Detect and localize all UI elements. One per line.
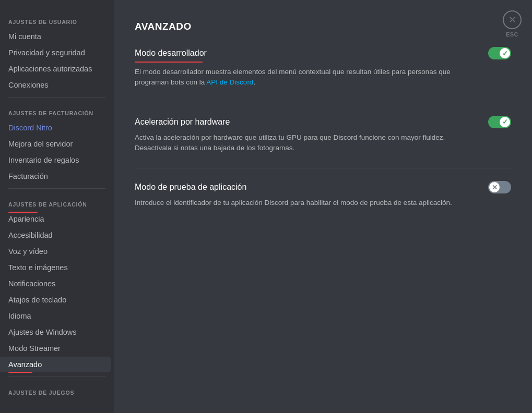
sidebar-item-idioma[interactable]: Idioma [0, 308, 111, 324]
modo-desarrollador-red-underline [135, 62, 203, 63]
main-content: AVANZADO Modo desarrollador ✓ El modo de… [114, 0, 532, 413]
sidebar-section-juegos: AJUSTES DE JUEGOS [0, 381, 111, 399]
toggle-knob-modo-prueba: ✕ [489, 182, 500, 192]
sidebar: AJUSTES DE USUARIO Mi cuenta Privacidad … [0, 0, 114, 413]
sidebar-item-aplicaciones-autorizadas[interactable]: Aplicaciones autorizadas [0, 61, 111, 77]
api-discord-link[interactable]: API de Discord [206, 78, 253, 86]
sidebar-item-mi-cuenta[interactable]: Mi cuenta [0, 29, 111, 44]
sidebar-item-discord-nitro[interactable]: Discord Nitro [0, 120, 111, 136]
setting-label-modo-prueba: Modo de prueba de aplicación [135, 183, 246, 192]
sidebar-section-label-usuario: AJUSTES DE USUARIO [0, 10, 111, 28]
toggle-aceleracion-hardware[interactable]: ✓ [488, 116, 511, 128]
avanzado-red-underline [8, 372, 32, 373]
sidebar-divider-2 [8, 188, 105, 189]
divider-1 [135, 103, 511, 103]
sidebar-item-notificaciones[interactable]: Notificaciones [0, 276, 111, 291]
sidebar-section-aplicacion: AJUSTES DE APLICACIÓN Apariencia Accesib… [0, 193, 111, 372]
esc-button-wrap: ✕ ESC [503, 10, 522, 38]
setting-row-aceleracion-hardware: Aceleración por hardware ✓ [135, 116, 511, 128]
sidebar-item-conexiones[interactable]: Conexiones [0, 77, 111, 93]
sidebar-item-atajos-teclado[interactable]: Atajos de teclado [0, 292, 111, 308]
sidebar-section-label-juegos: AJUSTES DE JUEGOS [0, 381, 111, 399]
sidebar-item-mejora-servidor[interactable]: Mejora del servidor [0, 136, 111, 152]
setting-description-modo-prueba: Introduce el identificador de tu aplicac… [135, 198, 479, 208]
close-icon: ✕ [509, 14, 516, 26]
sidebar-section-label-facturacion: AJUSTES DE FACTURACIÓN [0, 102, 111, 119]
setting-description-modo-desarrollador: El modo desarrollador muestra elementos … [135, 67, 479, 88]
divider-2 [135, 168, 511, 168]
setting-row-modo-desarrollador: Modo desarrollador ✓ [135, 47, 511, 59]
setting-label-aceleracion-hardware: Aceleración por hardware [135, 117, 230, 127]
setting-row-modo-prueba: Modo de prueba de aplicación ✕ [135, 181, 511, 193]
sidebar-item-modo-streamer[interactable]: Modo Streamer [0, 341, 111, 356]
toggle-modo-prueba[interactable]: ✕ [488, 181, 511, 193]
toggle-modo-desarrollador[interactable]: ✓ [488, 47, 511, 59]
toggle-x-icon: ✕ [492, 184, 498, 191]
toggle-check-icon-2: ✓ [502, 118, 508, 126]
sidebar-item-apariencia[interactable]: Apariencia [0, 211, 111, 227]
sidebar-item-accesibilidad[interactable]: Accesibilidad [0, 227, 111, 243]
toggle-knob-aceleracion-hardware: ✓ [500, 117, 510, 127]
toggle-check-icon: ✓ [502, 50, 508, 57]
sidebar-item-facturacion[interactable]: Facturación [0, 168, 111, 184]
setting-label-modo-desarrollador: Modo desarrollador [135, 48, 207, 58]
sidebar-item-privacidad-seguridad[interactable]: Privacidad y seguridad [0, 45, 111, 60]
close-button[interactable]: ✕ [503, 10, 522, 29]
sidebar-section-usuario: AJUSTES DE USUARIO Mi cuenta Privacidad … [0, 10, 111, 93]
sidebar-item-avanzado[interactable]: Avanzado [0, 357, 111, 372]
setting-modo-prueba: Modo de prueba de aplicación ✕ Introduce… [135, 181, 511, 208]
sidebar-item-inventario-regalos[interactable]: Inventario de regalos [0, 152, 111, 168]
esc-label: ESC [506, 31, 518, 38]
setting-modo-desarrollador: Modo desarrollador ✓ El modo desarrollad… [135, 47, 511, 88]
setting-description-aceleracion-hardware: Activa la aceleración por hardware que u… [135, 132, 479, 154]
sidebar-item-ajustes-windows[interactable]: Ajustes de Windows [0, 324, 111, 340]
sidebar-divider-1 [8, 97, 105, 98]
sidebar-section-label-aplicacion: AJUSTES DE APLICACIÓN [0, 193, 111, 211]
sidebar-divider-3 [8, 376, 105, 377]
setting-aceleracion-hardware: Aceleración por hardware ✓ Activa la ace… [135, 116, 511, 154]
page-title: AVANZADO [135, 21, 511, 32]
sidebar-item-voz-video[interactable]: Voz y vídeo [0, 244, 111, 259]
toggle-knob-modo-desarrollador: ✓ [500, 48, 510, 58]
sidebar-item-texto-imagenes[interactable]: Texto e imágenes [0, 260, 111, 275]
sidebar-section-facturacion: AJUSTES DE FACTURACIÓN Discord Nitro Mej… [0, 102, 111, 184]
